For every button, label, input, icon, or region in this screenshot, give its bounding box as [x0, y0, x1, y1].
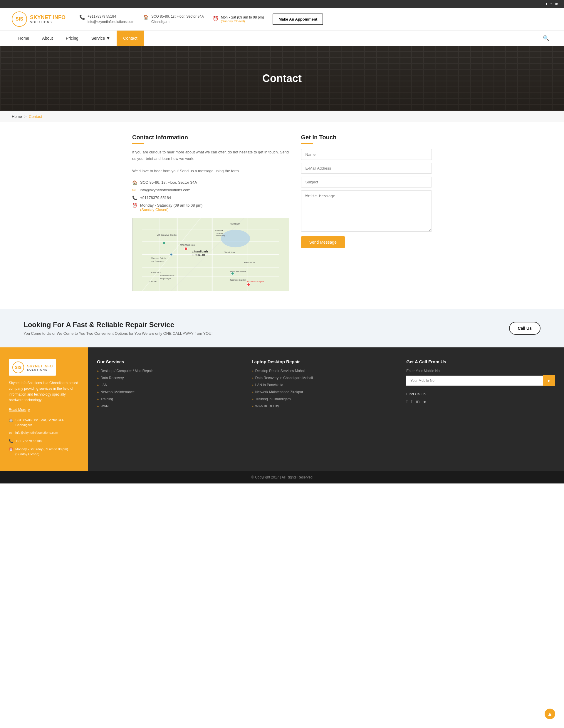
- svg-text:and Hardware: and Hardware: [151, 260, 164, 262]
- footer-clock-icon: ⏰: [9, 447, 13, 452]
- svg-text:Wildlife: Wildlife: [217, 232, 223, 235]
- footer-hours: Monday - Saturday (09 am to 08 pm) (Sund…: [15, 447, 79, 456]
- send-button[interactable]: Send Message: [301, 236, 345, 248]
- nav-pricing[interactable]: Pricing: [59, 31, 85, 46]
- nav-home[interactable]: Home: [12, 31, 36, 46]
- nav-contact[interactable]: Contact: [117, 31, 144, 46]
- footer-mobile-input-group: ►: [406, 375, 555, 386]
- contact-desc2: We'd love to hear from you! Send us a me…: [132, 168, 289, 174]
- main-nav: Home About Pricing Service ▼ Contact 🔍: [0, 31, 564, 46]
- nav-service[interactable]: Service ▼: [85, 31, 117, 46]
- cta-subtitle: You Come to Us or We Come to You Two Con…: [24, 331, 497, 336]
- message-textarea[interactable]: [301, 190, 432, 232]
- footer-facebook-icon[interactable]: f: [406, 399, 407, 404]
- footer-hours-item: ⏰ Monday - Saturday (09 am to 08 pm) (Su…: [9, 447, 79, 456]
- name-input[interactable]: [301, 149, 432, 160]
- contact-hours: Monday - Satarday (09 am to 08 pm) (Sund…: [140, 203, 203, 212]
- footer-socials: f t in ●: [406, 399, 555, 404]
- cta-title: Looking For A Fast & Reliable Repair Ser…: [24, 321, 497, 329]
- subject-input[interactable]: [301, 177, 432, 188]
- footer-service-3[interactable]: » Network Maintenance: [97, 390, 246, 394]
- footer-laptop-list: » Desktop Repair Services Mohali » Data …: [252, 369, 401, 408]
- search-icon[interactable]: 🔍: [540, 32, 552, 44]
- call-button[interactable]: Call Us: [509, 322, 540, 335]
- svg-text:Japanese Garden: Japanese Garden: [230, 279, 246, 282]
- footer-laptop-0[interactable]: » Desktop Repair Services Mohali: [252, 369, 401, 373]
- footer-mobile-field[interactable]: [406, 376, 543, 386]
- footer-service-0[interactable]: » Desktop / Computer / Mac Repair: [97, 369, 246, 373]
- svg-point-36: [247, 283, 250, 286]
- footer-instagram-icon[interactable]: ●: [423, 399, 426, 404]
- footer-mobile-send-button[interactable]: ►: [543, 375, 555, 386]
- footer-twitter-icon[interactable]: t: [411, 399, 412, 404]
- arrow-icon: »: [252, 369, 254, 373]
- svg-text:சୖ୩୼வ୻: சୖ୩୼வ୻: [192, 254, 205, 257]
- footer-service-5[interactable]: » WAN: [97, 404, 246, 408]
- svg-text:MAX MedCenter: MAX MedCenter: [180, 244, 195, 246]
- linkedin-icon[interactable]: in: [555, 2, 558, 6]
- contact-email: info@skynetinfosolutions.com: [140, 188, 190, 192]
- logo-emblem: SIS: [12, 11, 27, 27]
- footer-services-list: » Desktop / Computer / Mac Repair » Data…: [97, 369, 246, 408]
- footer-laptop-2[interactable]: » LAN in Panchkula: [252, 383, 401, 387]
- svg-text:Nayagaon: Nayagaon: [230, 222, 240, 225]
- header-phone-item: 📞 +91178379 55184 info@skynetinfosolutio…: [79, 14, 134, 24]
- contact-hours-item: ⏰ Monday - Satarday (09 am to 08 pm) (Su…: [132, 203, 289, 212]
- footer-laptop-5[interactable]: » WAN in Tri City: [252, 404, 401, 408]
- header: SIS SKYNET INFO SOLUTIONS 📞 +91178379 55…: [0, 8, 564, 31]
- contact-address-item: 🏠 SCO 85-86, 1st Floor, Sector 34A: [132, 180, 289, 185]
- arrow-icon: »: [97, 369, 99, 373]
- footer-email-item: ✉ info@skynetinfosolutions.com: [9, 430, 79, 436]
- svg-text:Panchkula: Panchkula: [244, 261, 255, 264]
- footer-cols: Our Services » Desktop / Computer / Mac …: [88, 347, 564, 471]
- arrow-icon: »: [97, 390, 99, 394]
- arrow-icon: »: [252, 397, 254, 401]
- header-phone: +91178379 55184: [88, 14, 134, 19]
- appointment-button[interactable]: Make An Appoinment: [273, 14, 323, 25]
- logo-area: SIS SKYNET INFO SOLUTIONS: [12, 11, 71, 27]
- nav-about[interactable]: About: [36, 31, 59, 46]
- footer-mobile-label: Enter Your Mobile No: [406, 369, 555, 373]
- svg-point-12: [221, 230, 250, 247]
- address-icon: 🏠: [132, 180, 137, 185]
- footer-laptop-4[interactable]: » Training in Chandigarh: [252, 397, 401, 401]
- svg-text:BALONGI: BALONGI: [151, 272, 161, 274]
- contact-info-section: Contact Information If you are curious t…: [132, 134, 289, 291]
- twitter-icon[interactable]: t: [550, 2, 552, 6]
- header-address1: SCO 85-86, 1st Floor, Sector 34A: [151, 14, 204, 19]
- header-phone-text: +91178379 55184 info@skynetinfosolutions…: [88, 14, 134, 24]
- svg-point-34: [170, 253, 173, 256]
- footer-service-4[interactable]: » Training: [97, 397, 246, 401]
- footer-laptop-col: Laptop Desktop Repair » Desktop Repair S…: [252, 359, 401, 459]
- footer-service-2[interactable]: » LAN: [97, 383, 246, 387]
- title-underline-right: [301, 143, 313, 144]
- read-more-link[interactable]: Read More »: [9, 408, 79, 412]
- footer-logo-sub: SOLUTIONS: [27, 368, 53, 371]
- header-info: 📞 +91178379 55184 info@skynetinfosolutio…: [79, 14, 552, 25]
- breadcrumb-home[interactable]: Home: [12, 114, 22, 119]
- footer-phone: +91178379 55184: [16, 439, 42, 444]
- logo-sub: SOLUTIONS: [30, 21, 66, 24]
- footer-laptop-1[interactable]: » Data Recovery in Chandigarh Mohali: [252, 376, 401, 380]
- svg-text:Mahadev Paints: Mahadev Paints: [151, 257, 166, 259]
- breadcrumb-current: Contact: [29, 114, 42, 119]
- arrow-icon: »: [252, 383, 254, 387]
- footer-service-1[interactable]: » Data Recovery: [97, 376, 246, 380]
- header-address-item: 🏠 SCO 85-86, 1st Floor, Sector 34A Chand…: [143, 14, 204, 24]
- footer: SIS SKYNET INFO SOLUTIONS Skynet Info So…: [0, 347, 564, 471]
- contact-phone: +91178379 55184: [140, 195, 171, 200]
- header-address2: Chandigarh: [151, 19, 204, 24]
- footer-services-title: Our Services: [97, 359, 246, 364]
- facebook-icon[interactable]: f: [546, 2, 547, 6]
- email-input[interactable]: [301, 163, 432, 174]
- footer-laptop-3[interactable]: » Network Maintenance Zirakpur: [252, 390, 401, 394]
- footer-find-label: Find Us On: [406, 392, 555, 396]
- arrow-icon: »: [252, 390, 254, 394]
- footer-phone-icon: 📞: [9, 439, 13, 444]
- svg-text:Singh Nagar: Singh Nagar: [160, 278, 171, 280]
- footer-linkedin-icon[interactable]: in: [416, 399, 419, 404]
- map-container[interactable]: Chandigarh சୖ୩୼வ୻ VR Creative Studio Mah…: [132, 218, 289, 291]
- footer-logo-text: SKYNET INFO SOLUTIONS: [27, 364, 53, 371]
- contact-email-item: ✉ info@skynetinfosolutions.com: [132, 188, 289, 193]
- get-in-touch-section: Get In Touch Send Message: [301, 134, 432, 291]
